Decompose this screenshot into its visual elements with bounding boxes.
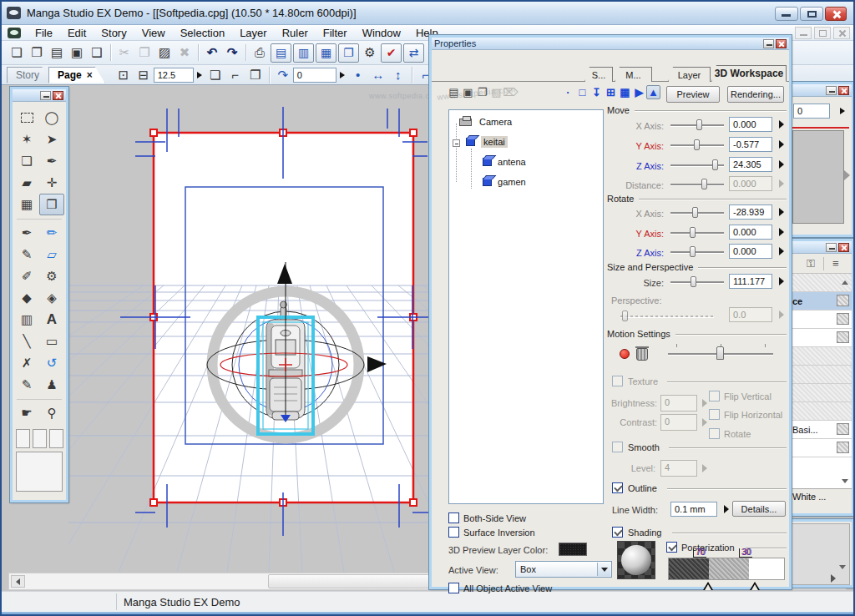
panel-toggle-2[interactable]: ▥ (293, 43, 314, 63)
cut-icon[interactable]: ✂ (114, 43, 134, 62)
tool-knife[interactable]: ✒ (39, 150, 64, 172)
pages-icon[interactable]: ❐ (245, 66, 266, 84)
properties-minimize-button[interactable] (763, 39, 774, 48)
distance-slider[interactable] (670, 179, 724, 189)
properties-titlebar[interactable]: Properties (432, 38, 789, 50)
page-corner-icon[interactable]: ⌐ (225, 66, 245, 84)
palette-minimize-button[interactable] (40, 91, 51, 100)
tool-3d-select[interactable]: ❒ (39, 194, 64, 215)
move-y-spin-icon[interactable] (779, 140, 784, 149)
delete-icon[interactable]: ✖ (175, 43, 195, 62)
page-canvas[interactable] (68, 85, 429, 573)
view-top-icon[interactable]: ▲ (646, 85, 660, 99)
tab-s[interactable]: S... (584, 67, 613, 82)
tool-paint-bucket[interactable]: ◈ (39, 287, 64, 309)
prop-paste-icon[interactable]: ▨ (489, 85, 503, 99)
paste-icon[interactable]: ▨ (154, 43, 175, 62)
size-input[interactable]: 111.177 (729, 274, 772, 289)
scroll-up-icon[interactable] (842, 280, 848, 285)
size-slider[interactable] (670, 276, 724, 287)
smooth-checkbox[interactable] (612, 442, 623, 452)
active-view-dropdown[interactable]: Box (515, 561, 612, 578)
layer-row[interactable] (790, 274, 852, 292)
shading-checkbox[interactable] (612, 527, 623, 538)
rotate-y-spin-icon[interactable] (779, 228, 784, 236)
new-story-icon[interactable]: ❐ (27, 43, 47, 62)
view-play-icon[interactable]: ▶ (632, 85, 646, 99)
flip-horizontal-checkbox[interactable] (709, 409, 720, 420)
layer-row[interactable] (790, 402, 852, 421)
prop-copy-icon[interactable]: ❐ (475, 85, 489, 99)
child-close-button[interactable] (833, 27, 850, 39)
new-page-icon[interactable]: ❏ (7, 43, 27, 62)
dropdown-arrow-icon[interactable] (597, 563, 610, 576)
nav-play-icon[interactable] (831, 574, 836, 583)
color-swatch-transparent[interactable] (49, 429, 63, 448)
collapse-icon[interactable]: ⊟ (134, 66, 154, 84)
scroll-down-icon[interactable] (842, 479, 848, 483)
layer-row[interactable] (790, 329, 852, 347)
layer-row[interactable] (790, 384, 852, 402)
zoom-spin-icon[interactable] (197, 72, 202, 78)
tab-close-icon[interactable]: × (87, 69, 93, 81)
new-page2-icon[interactable]: ❏ (205, 66, 225, 84)
tool-ellipse-select[interactable]: ◯ (39, 107, 64, 129)
line-width-input[interactable]: 0.1 mm (670, 502, 717, 517)
tool-panel-cutter[interactable]: ▰ (14, 172, 39, 194)
panel-toggle-1[interactable]: ▤ (271, 43, 291, 63)
tab-m[interactable]: M... (615, 67, 652, 82)
tool-line[interactable]: ╲ (14, 331, 39, 352)
view-grid2-icon[interactable]: ⊞ (604, 85, 618, 99)
rotate-z-slider[interactable] (670, 246, 724, 257)
rotate-x-slider[interactable] (670, 207, 724, 218)
panel-toggle-4[interactable]: ❐ (338, 43, 359, 63)
details-button[interactable]: Details... (732, 501, 786, 517)
layers-minimize-button[interactable] (826, 243, 837, 252)
layer-row[interactable] (790, 439, 852, 457)
tool-move[interactable]: ✛ (39, 172, 64, 194)
open-icon[interactable]: ▤ (47, 43, 67, 62)
prop-save-icon[interactable]: ▣ (461, 85, 475, 99)
rotate-input[interactable]: 0 (293, 68, 336, 83)
menu-window[interactable]: Window (355, 25, 408, 41)
menu-filter[interactable]: Filter (316, 25, 355, 41)
copy-icon[interactable]: ❐ (134, 43, 154, 62)
undo-icon[interactable]: ↶ (202, 43, 222, 62)
layer-row[interactable] (790, 347, 852, 366)
move-z-spin-icon[interactable] (779, 160, 784, 169)
view-front-icon[interactable]: □ (575, 85, 589, 99)
posterization-bar[interactable] (668, 558, 785, 580)
minimize-button[interactable] (775, 7, 798, 21)
move-y-input[interactable]: -0.577 (729, 137, 772, 152)
menu-story[interactable]: Story (94, 25, 134, 41)
tool-pen[interactable]: ✒ (14, 222, 39, 244)
menu-edit[interactable]: Edit (60, 25, 94, 41)
color-swatch-black[interactable] (16, 429, 30, 448)
tool-brush[interactable]: ✐ (14, 265, 39, 287)
rotate-y-input[interactable]: 0.000 (729, 225, 772, 240)
outline-checkbox[interactable] (612, 482, 623, 493)
tools-palette-titlebar[interactable] (13, 89, 66, 102)
tool-gradient[interactable]: ▥ (14, 309, 39, 331)
record-icon[interactable] (620, 349, 630, 359)
both-side-checkbox[interactable] (448, 512, 459, 523)
redo-icon[interactable]: ↷ (222, 43, 242, 62)
layer-row[interactable] (790, 311, 852, 329)
color-swatch-white[interactable] (33, 429, 47, 448)
tool-ruler-pen[interactable]: ✎ (14, 374, 39, 396)
rotate-x-spin-icon[interactable] (779, 208, 784, 216)
rotate-y-slider[interactable] (670, 227, 724, 238)
menu-view[interactable]: View (134, 25, 173, 41)
fit-vertical-icon[interactable]: ↕ (388, 66, 408, 84)
tab-page[interactable]: Page× (48, 67, 105, 83)
menu-layer[interactable]: Layer (232, 25, 275, 41)
tool-frame-ruler[interactable]: ▦ (14, 194, 39, 215)
motion-trash-icon[interactable] (636, 348, 648, 361)
fit-horizontal-icon[interactable]: ↔ (368, 66, 388, 84)
layer-menu-icon[interactable]: ≡ (832, 257, 839, 270)
move-x-spin-icon[interactable] (779, 120, 784, 129)
prop-open-icon[interactable]: ▤ (447, 85, 461, 99)
rotate-view-icon[interactable]: ↷ (273, 66, 293, 84)
tone-expand-icon[interactable] (844, 170, 850, 180)
tool-text[interactable]: A (39, 309, 64, 331)
